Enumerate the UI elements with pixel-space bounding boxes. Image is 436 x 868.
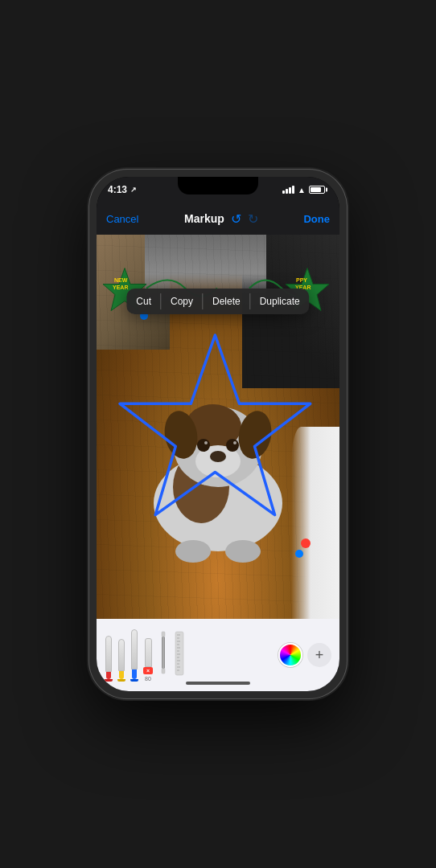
done-button[interactable]: Done [303, 213, 330, 225]
phone-screen: 4:13 ↗ ▲ Cancel Markup ↺ [97, 177, 339, 691]
blue-star-drawing [109, 331, 323, 562]
signal-icon [282, 186, 294, 194]
location-icon: ↗ [130, 186, 137, 194]
redo-button[interactable]: ↻ [248, 211, 258, 227]
dog-photo: NEW YEAR PPY YEAR [97, 235, 339, 619]
svg-rect-25 [162, 669, 165, 674]
photo-area[interactable]: NEW YEAR PPY YEAR [97, 235, 339, 619]
svg-marker-21 [120, 335, 311, 515]
context-duplicate-button[interactable]: Duplicate [250, 289, 310, 314]
notch [178, 177, 258, 194]
status-time: 4:13 ↗ [108, 184, 137, 195]
ruler-tool[interactable] [174, 629, 185, 682]
add-tool-button[interactable]: + [307, 643, 331, 667]
eraser-label: 80 [145, 676, 151, 682]
handle-dot-bottom[interactable] [295, 550, 303, 558]
undo-button[interactable]: ↺ [231, 211, 241, 227]
nav-title: Markup [184, 212, 224, 225]
phone-frame: 4:13 ↗ ▲ Cancel Markup ↺ [88, 169, 348, 699]
nav-bar: Cancel Markup ↺ ↻ Done [97, 203, 339, 235]
context-delete-button[interactable]: Delete [203, 289, 250, 314]
home-indicator [186, 682, 250, 685]
blue-marker-tool[interactable] [130, 629, 138, 682]
bottom-toolbar: × 80 [97, 619, 339, 691]
red-marker-tool[interactable] [105, 629, 113, 682]
cancel-button[interactable]: Cancel [106, 213, 138, 225]
nav-center: Markup ↺ ↻ [184, 211, 258, 227]
context-copy-button[interactable]: Copy [161, 289, 203, 314]
context-menu: Cut Copy Delete Duplicate [126, 289, 309, 314]
context-cut-button[interactable]: Cut [126, 289, 161, 314]
wifi-icon: ▲ [298, 186, 306, 194]
eraser-tool[interactable]: × 80 [143, 629, 153, 682]
battery-icon [309, 186, 325, 194]
line-tool[interactable] [158, 629, 169, 682]
yellow-marker-tool[interactable] [117, 629, 125, 682]
status-icons: ▲ [282, 186, 325, 194]
color-picker-button[interactable] [278, 643, 302, 667]
svg-rect-22 [162, 632, 165, 637]
